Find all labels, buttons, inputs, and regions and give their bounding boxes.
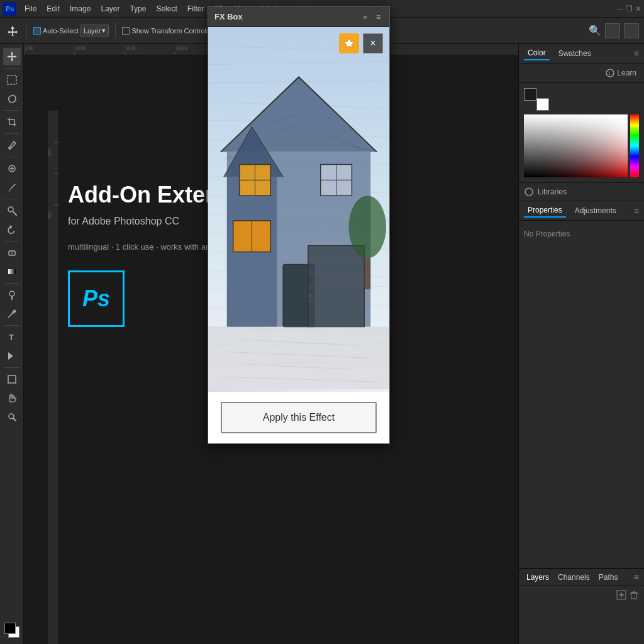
- svg-text:100: 100: [48, 148, 52, 156]
- layers-tab[interactable]: Layers: [524, 572, 552, 583]
- libraries-label[interactable]: Libraries: [538, 187, 567, 196]
- svg-rect-30: [8, 269, 16, 274]
- color-spectrum-slider[interactable]: [630, 114, 639, 177]
- layers-content: [519, 586, 644, 643]
- search-icon[interactable]: 🔍: [589, 25, 601, 36]
- auto-select-checkbox[interactable]: [33, 27, 41, 35]
- svg-text:|2000: |2000: [126, 46, 136, 51]
- menu-filter[interactable]: Filter: [183, 3, 209, 14]
- pen-tool[interactable]: [3, 305, 21, 323]
- tool-divider-3: [4, 133, 19, 134]
- gradient-tool[interactable]: [3, 263, 21, 280]
- zoom-tool[interactable]: [3, 408, 21, 426]
- swatches-tab[interactable]: Swatches: [555, 47, 595, 60]
- svg-point-32: [13, 310, 16, 313]
- tool-divider-1: [4, 68, 19, 69]
- layers-panel-menu[interactable]: ≡: [634, 572, 639, 582]
- left-toolbar: T: [0, 44, 24, 644]
- move-tool[interactable]: [3, 48, 21, 65]
- fx-box-header: FX Box » ≡: [208, 7, 389, 27]
- no-properties-text: No Properties: [524, 225, 639, 243]
- clone-stamp-tool[interactable]: [3, 202, 21, 219]
- tool-divider-6: [4, 241, 19, 242]
- channels-tab[interactable]: Channels: [555, 572, 592, 583]
- right-panel: Color Swatches ≡ i Learn Libraries: [518, 44, 644, 644]
- adjustments-tab[interactable]: Adjustments: [571, 204, 620, 217]
- menu-type[interactable]: Type: [125, 3, 150, 14]
- tool-divider-8: [4, 325, 19, 326]
- svg-marker-45: [344, 38, 354, 48]
- learn-area: i Learn: [519, 64, 644, 83]
- color-gradient-box[interactable]: [524, 114, 628, 177]
- menu-layer[interactable]: Layer: [96, 3, 124, 14]
- paths-tab[interactable]: Paths: [596, 572, 621, 583]
- svg-marker-27: [10, 225, 12, 229]
- toolbar-divider-1: [26, 23, 27, 38]
- svg-point-100: [606, 69, 614, 77]
- svg-rect-17: [8, 75, 16, 84]
- history-brush-tool[interactable]: [3, 221, 21, 238]
- fg-bg-swatches[interactable]: [524, 88, 549, 111]
- svg-marker-2: [8, 26, 18, 36]
- move-tool-icon[interactable]: [5, 23, 20, 38]
- hand-tool[interactable]: [3, 389, 21, 407]
- vertical-ruler: 100 200: [48, 111, 59, 644]
- transform-controls-group: Show Transform Controls: [122, 27, 209, 35]
- lasso-tool[interactable]: [3, 90, 21, 108]
- toolbar-divider-2: [115, 23, 116, 38]
- svg-line-37: [13, 418, 16, 421]
- properties-tab[interactable]: Properties: [524, 204, 566, 218]
- color-panel-menu[interactable]: ≡: [634, 48, 639, 58]
- type-tool[interactable]: T: [3, 328, 21, 346]
- healing-tool[interactable]: [3, 160, 21, 177]
- menu-file[interactable]: File: [20, 3, 41, 14]
- svg-text:i: i: [609, 70, 610, 77]
- house-sketch-svg: [208, 27, 389, 389]
- color-area-wrap: [524, 114, 639, 177]
- eyedropper-tool[interactable]: [3, 136, 21, 154]
- share-icon[interactable]: [624, 23, 639, 38]
- foreground-color-box: [524, 88, 536, 101]
- fx-orange-btn[interactable]: [339, 33, 359, 53]
- gradient-overlay-white: [524, 114, 628, 177]
- svg-text:200: 200: [48, 211, 52, 219]
- fx-header-controls: » ≡: [360, 11, 383, 23]
- restore-btn[interactable]: ❐: [626, 4, 633, 13]
- dodge-tool[interactable]: [3, 286, 21, 304]
- apply-effect-button[interactable]: Apply this Effect: [221, 402, 377, 433]
- tool-divider-4: [4, 157, 19, 157]
- svg-text:|2200: |2200: [75, 46, 86, 51]
- delete-layer-icon[interactable]: [629, 590, 639, 602]
- crop-tool[interactable]: [3, 113, 21, 131]
- shape-tool[interactable]: [3, 370, 21, 388]
- svg-point-102: [525, 188, 533, 196]
- color-tab[interactable]: Color: [524, 47, 550, 60]
- add-layer-icon[interactable]: [616, 590, 626, 602]
- transform-checkbox[interactable]: [122, 27, 130, 35]
- workspace-icon[interactable]: [605, 23, 620, 38]
- color-panel-header: Color Swatches ≡: [519, 44, 644, 64]
- fx-expand-btn[interactable]: »: [360, 11, 370, 23]
- learn-label: Learn: [617, 69, 636, 77]
- properties-panel-menu[interactable]: ≡: [634, 206, 639, 216]
- path-select-tool[interactable]: [3, 347, 21, 365]
- color-swatches[interactable]: [2, 620, 22, 640]
- layer-dropdown[interactable]: Layer ▾: [80, 25, 109, 36]
- tool-divider-7: [4, 283, 19, 284]
- fx-close-btn[interactable]: ×: [363, 33, 383, 53]
- menu-image[interactable]: Image: [65, 3, 95, 14]
- menu-edit[interactable]: Edit: [42, 3, 64, 14]
- svg-text:|1800: |1800: [176, 46, 187, 51]
- menu-select[interactable]: Select: [152, 3, 181, 14]
- brush-tool[interactable]: [3, 179, 21, 196]
- fx-list-btn[interactable]: ≡: [374, 11, 383, 23]
- svg-text:T: T: [9, 333, 14, 342]
- fx-box-panel: FX Box » ≡ ×: [208, 6, 390, 444]
- close-window-btn[interactable]: ✕: [635, 4, 641, 13]
- eraser-tool[interactable]: [3, 244, 21, 262]
- minimize-btn[interactable]: ─: [618, 4, 623, 13]
- marquee-tool[interactable]: [3, 71, 21, 89]
- libraries-area: Libraries: [519, 183, 644, 201]
- learn-btn[interactable]: i Learn: [603, 66, 639, 80]
- ps-logo-text: Ps: [82, 286, 110, 312]
